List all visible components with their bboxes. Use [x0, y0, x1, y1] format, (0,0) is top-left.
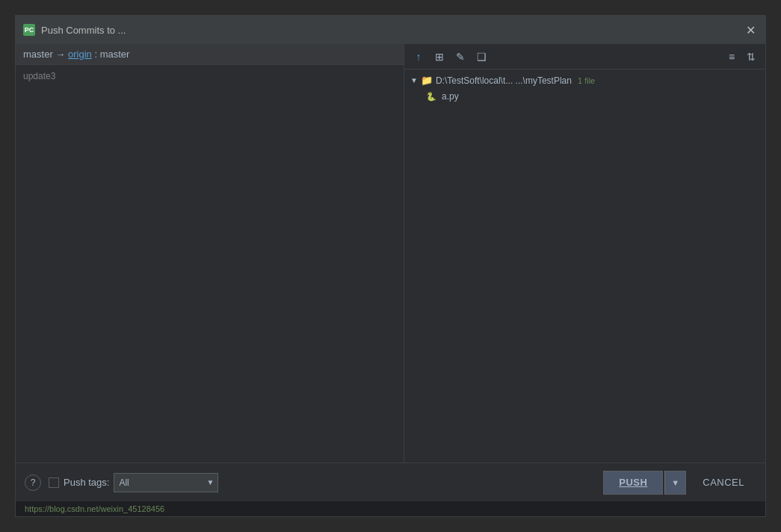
- bottom-right: PUSH ▼ CANCEL: [603, 471, 756, 495]
- python-file-icon: 🐍: [425, 90, 437, 102]
- push-dropdown-button[interactable]: ▼: [664, 471, 686, 495]
- status-bar: https://blog.csdn.net/weixin_45128456: [16, 501, 765, 516]
- app-icon: PC: [23, 24, 35, 36]
- tags-select-wrapper: All ▼: [114, 473, 218, 492]
- branch-to: master: [100, 49, 130, 60]
- push-button[interactable]: PUSH: [603, 471, 663, 495]
- list-item: update3: [16, 68, 404, 84]
- tree-file-row: 🐍 a.py: [404, 88, 765, 105]
- bottom-bar: ? Push tags: All ▼ PUSH ▼ CANCEL: [16, 463, 765, 501]
- main-content: master → origin : master update3 ↑ ⊞ ✎ ❑…: [16, 44, 765, 463]
- help-button[interactable]: ?: [25, 474, 41, 491]
- branch-from: master: [23, 49, 53, 60]
- dropdown-arrow-icon: ▼: [671, 478, 679, 487]
- annotation-area: 点击push推送到仓库: [404, 269, 765, 463]
- folder-icon: 📁: [421, 75, 433, 86]
- file-tree: ▼ 📁 D:\TestSoft\local\t... ...\myTestPla…: [404, 69, 765, 269]
- cancel-button[interactable]: CANCEL: [691, 471, 756, 495]
- folder-path: D:\TestSoft\local\t... ...\myTestPlan: [436, 75, 572, 86]
- copy-button[interactable]: ❑: [473, 49, 490, 65]
- toolbar-left: ↑ ⊞ ✎ ❑: [410, 49, 490, 65]
- close-button[interactable]: ✕: [743, 22, 758, 37]
- remote-link[interactable]: origin: [68, 49, 92, 60]
- sort-asc-button[interactable]: ⇅: [743, 49, 759, 65]
- tree-folder-row: ▼ 📁 D:\TestSoft\local\t... ...\myTestPla…: [404, 72, 765, 88]
- push-label: PUSH: [619, 477, 647, 488]
- status-url: https://blog.csdn.net/weixin_45128456: [25, 504, 164, 513]
- grid-button[interactable]: ⊞: [431, 49, 448, 65]
- chevron-down-icon: ▼: [410, 76, 418, 84]
- push-tags-row: Push tags: All ▼: [49, 473, 218, 492]
- file-count: 1 file: [578, 76, 595, 85]
- sort-desc-button[interactable]: ≡: [723, 49, 740, 65]
- push-commits-dialog: PC Push Commits to ... ✕ master → origin…: [15, 15, 766, 517]
- edit-button[interactable]: ✎: [452, 49, 469, 65]
- push-tags-label: Push tags:: [64, 477, 109, 488]
- commit-list: update3: [16, 65, 404, 463]
- dialog-title: Push Commits to ...: [41, 25, 743, 36]
- arrow-up-button[interactable]: ↑: [410, 49, 427, 65]
- right-panel: ↑ ⊞ ✎ ❑ ≡ ⇅ ▼ 📁 D:\TestSoft\local\t... .…: [404, 44, 765, 463]
- file-name: a.py: [442, 91, 459, 102]
- branch-row: master → origin : master: [16, 44, 404, 65]
- right-toolbar: ↑ ⊞ ✎ ❑ ≡ ⇅: [404, 44, 765, 69]
- push-tags-checkbox[interactable]: [49, 477, 59, 488]
- toolbar-right: ≡ ⇅: [723, 49, 759, 65]
- tags-select[interactable]: All: [114, 473, 218, 492]
- left-panel: master → origin : master update3: [16, 44, 404, 463]
- branch-separator: :: [92, 49, 100, 60]
- bottom-left: ? Push tags: All ▼: [25, 473, 218, 492]
- title-bar: PC Push Commits to ... ✕: [16, 16, 765, 44]
- branch-arrow: →: [55, 49, 65, 60]
